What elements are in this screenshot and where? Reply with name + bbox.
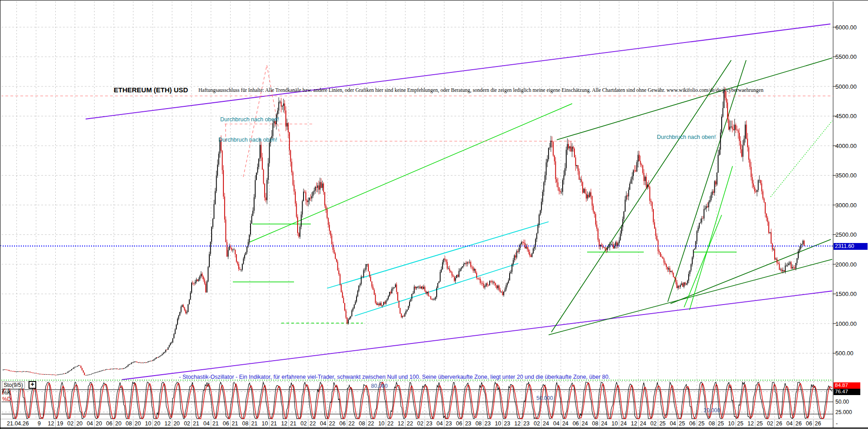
date-axis-label: 0226 [767,420,782,427]
date-axis-label-part: 20 [96,420,102,427]
percent-d-label: %D [2,396,11,402]
date-axis-label: 0824 [592,420,608,427]
date-axis-label-part: 21 [270,420,277,427]
date-axis-label-part: 02 [767,420,773,427]
percent-d-value-badge: 84.87 [834,382,860,389]
date-axis-label-part: 02 [184,420,190,427]
date-axis-label-part: 06 [223,420,229,427]
date-axis-label: 0426 [786,420,802,427]
date-axis-label-part: 02 [300,420,307,427]
date-axis-label-part: 10 [612,420,618,427]
date-axis-label-part: 08 [709,420,715,427]
date-axis-label: 0625 [689,420,704,427]
date-axis-label: 0422 [320,420,335,427]
current-price-badge: 2311.60 [834,243,868,250]
date-axis-label: 1219 [48,420,63,427]
date-axis-label: 1022 [378,420,394,427]
date-axis-label: 0620 [106,420,121,427]
date-axis-label-part: 06 [106,420,112,427]
dark_green-trend-line [557,58,832,140]
y-axis-label: 1500.00 [835,291,857,297]
date-axis-label: 1223 [514,420,530,427]
date-axis-label-part: 10 [728,420,734,427]
date-axis-label-part: 23 [426,420,433,427]
osc-right-level-label: 50.00 [835,399,849,405]
percent-k-value-badge: 76.47 [834,389,860,395]
date-axis-label-part: 23 [523,420,530,427]
up-wicks [3,87,803,376]
date-axis-label-part: 25 [659,420,665,427]
date-axis-label-part: 24 [562,420,569,427]
date-axis-label: 1225 [747,420,763,427]
date-axis-label-part: 04 [670,420,676,427]
date-axis-label: 0823 [475,420,491,427]
date-axis-label-part: 20 [154,420,160,427]
date-axis-label-part: 12 [514,420,521,427]
osc-inline-level-label: 50.000 [536,395,553,401]
candle [56,375,57,375]
candle [18,372,19,372]
date-axis-label-part: 06 [456,420,462,427]
date-axis-label: 1024 [612,420,627,427]
date-axis-label-part: 10 [145,420,151,427]
date-axis-label: 0825 [709,420,724,427]
date-axis-label-part: 20 [115,420,121,427]
date-axis-label-part: 08 [592,420,598,427]
date-axis-label: 0420 [87,420,102,427]
date-axis-label: 0821 [242,420,258,427]
date-axis-label: 1224 [631,420,646,427]
date-axis-label-part: 12 [398,420,404,427]
breakout-annotation: Durchbruch nach oben! [657,134,716,140]
y-axis-label: 4000.00 [835,143,857,149]
date-axis-label: 0423 [437,420,452,427]
date-axis-label: 1021 [261,420,277,427]
date-axis-label-part: 25 [757,420,763,427]
date-axis-label-part: 23 [465,420,471,427]
oscillator-description: - Stochastik-Oszillator - Ein Indikator,… [179,374,610,380]
date-axis-label-part: 10 [378,420,385,427]
price-plot-svg [0,0,868,429]
date-axis-label-part: 22 [329,420,335,427]
breakout-annotation: Durchbruch nach oben! [220,116,279,123]
osc-inline-level-label: 20.000 [704,407,720,414]
frame-lines [0,1,868,429]
bright_green-trend-line [771,121,832,197]
date-axis-label: 0220 [67,420,82,427]
date-axis-label-part: 04 [553,420,559,427]
date-axis-label: 0225 [650,420,665,427]
date-axis-end-label: - [836,420,838,427]
date-axis-label-part: 10 [495,420,501,427]
date-axis-label-part: 04 [786,420,793,427]
date-axis-label: 0820 [125,420,141,427]
date-axis-label-part: 25 [698,420,704,427]
date-axis-label: 0626 [806,420,821,427]
date-axis-label-part: 22 [387,420,394,427]
date-axis-label: 1222 [398,420,413,427]
date-axis-label-part: 08 [359,420,365,427]
date-axis-label-part: 04 [437,420,443,427]
date-axis-label-part: 26 [776,420,782,427]
candle [34,373,35,373]
add-indicator-button[interactable]: + [29,381,36,389]
y-axis-label: 2000.00 [835,261,857,268]
date-axis-label: 0223 [417,420,433,427]
purple-trend-line [86,24,830,119]
y-axis-label: 5000.00 [835,83,857,90]
percent-k-label: %K [2,390,11,396]
disclaimer-text: Haftungsausschluss für Inhalte: Alle Tre… [198,87,763,93]
y-axis-label: 1000.00 [835,320,857,327]
oscillator-name-badge[interactable]: Sto(9/5) [2,381,25,389]
date-axis-label-part: 21 [251,420,258,427]
date-axis-label-part: 06 [573,420,579,427]
date-axis-label-part: 21 [232,420,238,427]
date-axis-label-part: 23 [504,420,510,427]
date-axis-label-part: 21 [212,420,219,427]
osc-right-level-label: 25.000 [835,409,852,415]
y-axis-label: 3000.00 [835,202,857,209]
trend-lines [0,24,833,380]
date-axis-label: 1025 [728,420,743,427]
date-axis-label-part: 06 [339,420,346,427]
date-axis-label-part: 23 [484,420,491,427]
date-axis-label-part: 24 [621,420,627,427]
y-axis-label: 2500.00 [835,231,857,238]
